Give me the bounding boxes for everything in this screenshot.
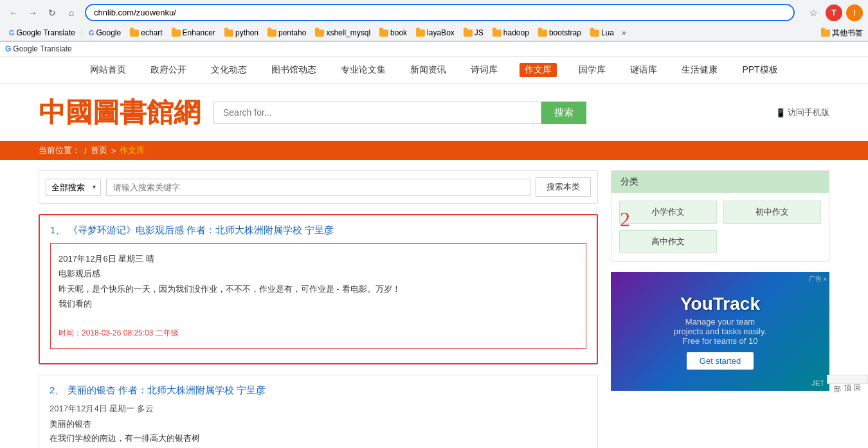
cat-primary-school[interactable]: 小学作文 bbox=[619, 201, 717, 224]
logo-search-area: 中國圖書館網 搜索 📱 访问手机版 bbox=[0, 84, 868, 141]
main-search-button[interactable]: 搜索 bbox=[541, 102, 586, 124]
address-bar[interactable] bbox=[94, 8, 786, 17]
search-area: 搜索 bbox=[213, 102, 586, 124]
ad-close-button[interactable]: × bbox=[823, 276, 827, 283]
nav-item-culture[interactable]: 文化动态 bbox=[208, 63, 249, 77]
main-search-input[interactable] bbox=[213, 102, 541, 124]
filter-select[interactable]: 全部搜索 bbox=[46, 179, 101, 196]
folder-icon-hadoop bbox=[493, 30, 502, 37]
filter-input[interactable] bbox=[106, 179, 530, 196]
browser-toolbar: ← → ↻ ⌂ ☆ T ! bbox=[0, 0, 868, 25]
folder-icon-other bbox=[821, 30, 830, 37]
bookmark-python[interactable]: python bbox=[221, 27, 262, 39]
bookmark-xshell[interactable]: xshell_mysql bbox=[311, 27, 374, 39]
site-logo: 中國圖書館網 bbox=[39, 94, 201, 130]
preview-line-1: 2017年12月6日 星期三 晴 bbox=[59, 251, 578, 266]
forward-button[interactable]: → bbox=[24, 4, 41, 21]
star-button[interactable]: ☆ bbox=[805, 4, 822, 21]
sidebar: 分类 小学作文 初中作文 高中作文 广告 × YouTrack Manage y… bbox=[611, 170, 829, 448]
nav-item-poetry[interactable]: 诗词库 bbox=[468, 63, 500, 77]
back-button[interactable]: ← bbox=[5, 4, 22, 21]
refresh-button[interactable]: ↻ bbox=[44, 4, 60, 21]
bookmark-lua-label: Lua bbox=[601, 28, 614, 37]
nav-item-news[interactable]: 新闻资讯 bbox=[408, 63, 449, 77]
excerpt-line-2: 在我们学校的南边，有一排高大的银杏树 bbox=[50, 431, 587, 445]
bookmark-more[interactable]: » bbox=[619, 28, 629, 37]
bookmark-python-label: python bbox=[235, 28, 258, 37]
ad-title: YouTrack bbox=[680, 294, 760, 314]
filter-search-button[interactable]: 搜索本类 bbox=[536, 177, 591, 197]
folder-icon-python bbox=[224, 30, 233, 37]
folder-icon-book bbox=[379, 30, 388, 37]
other-bookmarks[interactable]: 其他书签 bbox=[821, 28, 863, 39]
bookmark-lua[interactable]: Lua bbox=[586, 27, 618, 39]
folder-icon-lua bbox=[590, 30, 599, 37]
bookmark-divider bbox=[82, 28, 82, 38]
mobile-icon: 📱 bbox=[775, 108, 786, 118]
article-meta-1: 时间：2018-03-26 08:25:03 二年级 bbox=[59, 327, 578, 341]
bookmark-bootstrap-label: bootstrap bbox=[549, 28, 581, 37]
warning-icon[interactable]: ! bbox=[846, 4, 863, 21]
nav-item-gov[interactable]: 政府公开 bbox=[148, 63, 189, 77]
nav-item-health[interactable]: 生活健康 bbox=[679, 63, 720, 77]
sidebar-category-header: 分类 bbox=[611, 171, 829, 193]
nav-item-library[interactable]: 图书馆动态 bbox=[269, 63, 319, 77]
ad-jet-logo: JET bbox=[811, 379, 824, 387]
google-icon: G bbox=[89, 29, 95, 37]
preview-line-4: 我们看的 bbox=[59, 296, 578, 311]
google-translate-icon: G bbox=[9, 29, 15, 37]
bookmark-echart-label: echart bbox=[141, 28, 162, 37]
sidebar-cats-grid: 小学作文 初中作文 高中作文 bbox=[611, 193, 829, 261]
home-button[interactable]: ⌂ bbox=[63, 4, 80, 21]
article-excerpt-2: 美丽的银杏 在我们学校的南边，有一排高大的银杏树 bbox=[50, 417, 587, 445]
bookmark-bootstrap[interactable]: bootstrap bbox=[534, 27, 585, 39]
bookmark-enhancer-label: Enhancer bbox=[183, 28, 215, 37]
nav-item-papers[interactable]: 专业论文集 bbox=[338, 63, 388, 77]
nav-item-ppt[interactable]: PPT模板 bbox=[739, 63, 780, 77]
google-g-icon: G bbox=[5, 44, 11, 53]
folder-icon-xshell bbox=[315, 30, 324, 37]
article-card-2: 2、 美丽的银杏 作者：北师大株洲附属学校 宁呈彦 2017年12月4日 星期一… bbox=[39, 375, 598, 448]
article-card-1: 1、 《寻梦环游记》电影观后感 作者：北师大株洲附属学校 宁呈彦 2017年12… bbox=[39, 214, 598, 364]
cat-high-school[interactable]: 高中作文 bbox=[619, 230, 717, 253]
bookmark-enhancer[interactable]: Enhancer bbox=[168, 27, 219, 39]
bookmark-js[interactable]: JS bbox=[460, 27, 487, 39]
back-to-top-button[interactable]: 回顶部 bbox=[827, 375, 868, 384]
profile-icon[interactable]: T bbox=[826, 4, 842, 21]
bookmark-book-label: book bbox=[390, 28, 407, 37]
ad-subtitle: Manage your teamprojects and tasks easil… bbox=[664, 317, 777, 346]
bookmark-pentaho[interactable]: pentaho bbox=[264, 27, 310, 39]
address-bar-container[interactable] bbox=[85, 4, 795, 21]
article-title-1[interactable]: 1、 《寻梦环游记》电影观后感 作者：北师大株洲附属学校 宁呈彦 bbox=[50, 224, 586, 237]
bookmark-google-label: Google bbox=[96, 28, 122, 37]
bookmark-pentaho-label: pentaho bbox=[278, 28, 306, 37]
ad-text: 广告 bbox=[809, 274, 822, 283]
bookmark-google[interactable]: G Google bbox=[85, 27, 125, 39]
breadcrumb: 当前位置： / 首页 > 作文库 bbox=[0, 141, 868, 160]
ad-cta-button[interactable]: Get started bbox=[687, 352, 754, 370]
bookmark-translate[interactable]: G Google Translate bbox=[5, 27, 79, 39]
nav-item-essays[interactable]: 作文库 bbox=[520, 63, 557, 77]
other-bookmarks-label: 其他书签 bbox=[832, 28, 863, 39]
article-title-2[interactable]: 2、 美丽的银杏 作者：北师大株洲附属学校 宁呈彦 bbox=[50, 384, 587, 397]
browser-chrome: ← → ↻ ⌂ ☆ T ! G Google Translate G Googl… bbox=[0, 0, 868, 42]
nav-item-home[interactable]: 网站首页 bbox=[87, 63, 129, 77]
bookmark-book[interactable]: book bbox=[375, 27, 411, 39]
bookmark-xshell-label: xshell_mysql bbox=[326, 28, 370, 37]
nav-item-classics[interactable]: 国学库 bbox=[576, 63, 608, 77]
cat-middle-school[interactable]: 初中作文 bbox=[723, 201, 821, 224]
mobile-link-label: 访问手机版 bbox=[788, 107, 829, 118]
breadcrumb-current-label: 当前位置： bbox=[39, 145, 80, 156]
folder-icon-echart bbox=[130, 30, 139, 37]
mobile-link[interactable]: 📱 访问手机版 bbox=[775, 107, 829, 118]
bookmark-hadoop[interactable]: hadoop bbox=[489, 27, 533, 39]
search-filter: 全部搜索 搜索本类 bbox=[39, 170, 598, 204]
ad-banner[interactable]: 广告 × YouTrack Manage your teamprojects a… bbox=[611, 272, 829, 391]
folder-icon-enhancer bbox=[172, 30, 181, 37]
bookmark-layabox[interactable]: layaBox bbox=[412, 27, 458, 39]
article-preview-1: 2017年12月6日 星期三 晴 电影观后感 昨天呢，是个快乐的一天，因为我们没… bbox=[50, 243, 586, 349]
bookmark-echart[interactable]: echart bbox=[126, 27, 166, 39]
breadcrumb-home[interactable]: 首页 bbox=[91, 145, 107, 156]
nav-item-riddles[interactable]: 谜语库 bbox=[628, 63, 660, 77]
breadcrumb-current-page[interactable]: 作文库 bbox=[120, 145, 145, 156]
